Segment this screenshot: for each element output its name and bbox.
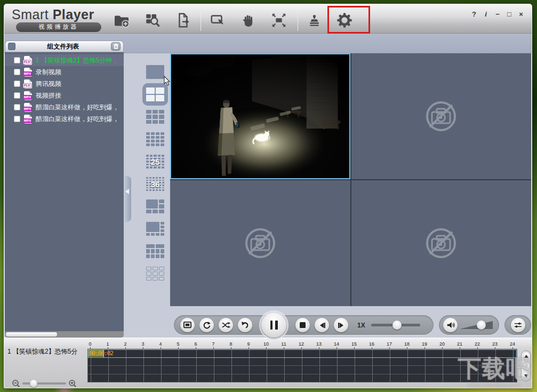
timeline-row[interactable]: [88, 374, 517, 382]
minimize-button[interactable]: −: [493, 10, 502, 19]
timeline-row[interactable]: 00:00:02: [88, 349, 517, 358]
timeline-row[interactable]: [88, 366, 517, 374]
file-list-item[interactable]: MP4 醋溜白菜这样做，好吃到爆，: [5, 101, 124, 113]
file-type-badge: MP4: [23, 71, 32, 76]
stop-button[interactable]: [295, 318, 310, 332]
replay-button[interactable]: [238, 318, 252, 332]
layout-custom[interactable]: [146, 267, 164, 281]
file-list-item[interactable]: MP4 录制视频: [5, 66, 124, 78]
file-checkbox[interactable]: [14, 57, 20, 63]
volume-slider-knob[interactable]: [477, 321, 486, 330]
file-checkbox[interactable]: [14, 104, 20, 110]
ruler-tick: 16: [365, 341, 378, 347]
select-all-checkbox[interactable]: [8, 43, 15, 50]
video-cell-empty[interactable]: [351, 180, 532, 306]
file-list-item[interactable]: MP4 醋溜白菜这样做，好吃到爆，: [5, 113, 124, 125]
file-checkbox[interactable]: [14, 69, 20, 75]
scroll-down-button[interactable]: [523, 372, 530, 380]
replay-icon: [241, 321, 250, 330]
file-list-item[interactable]: FLV 腾讯视频: [5, 78, 124, 90]
close-button[interactable]: ×: [517, 10, 525, 19]
layout-36-view[interactable]: 36: [146, 177, 164, 191]
pause-icon: [270, 321, 278, 330]
video-cell-playing[interactable]: [170, 53, 350, 179]
window-controls: ?i−□×: [470, 10, 525, 19]
layout-8-view[interactable]: [146, 222, 164, 236]
display-mode-button[interactable]: [180, 318, 195, 332]
zoom-slider-knob[interactable]: [30, 380, 37, 387]
delete-files-button[interactable]: [111, 42, 121, 51]
add-folder-icon: [113, 12, 130, 28]
scroll-up-button[interactable]: [523, 352, 530, 360]
layout-buttons: 2536: [142, 65, 168, 281]
timeline-row[interactable]: [88, 358, 517, 366]
zoom-slider[interactable]: [22, 382, 66, 385]
no-camera-icon: [243, 226, 277, 260]
layout-16-view[interactable]: [146, 132, 164, 146]
help-button[interactable]: ?: [470, 10, 478, 19]
timeline-zoom-control: [12, 379, 77, 388]
speed-slider-knob[interactable]: [392, 321, 402, 330]
file-checkbox[interactable]: [14, 116, 20, 122]
add-folder-button[interactable]: [111, 9, 132, 31]
ruler-tick: 19: [418, 341, 431, 347]
ruler-tick: 1: [101, 341, 114, 347]
adjust-sliders-button[interactable]: [511, 318, 525, 332]
file-checkbox[interactable]: [14, 92, 20, 99]
zoom-out-icon[interactable]: [12, 379, 20, 388]
ruler-tick: 3: [137, 341, 149, 347]
fit-screen-button[interactable]: [268, 9, 290, 31]
sidebar-collapse-handle[interactable]: [124, 176, 131, 222]
stamp-icon: [307, 13, 322, 28]
box-select-button[interactable]: [207, 9, 228, 31]
file-type-badge: MP4: [23, 118, 32, 123]
layout-10-view[interactable]: [146, 244, 164, 258]
file-name: 视频拼接: [36, 91, 61, 100]
file-type-badge: MP4: [23, 107, 32, 111]
next-frame-button[interactable]: [334, 318, 348, 332]
volume-slider[interactable]: [460, 318, 493, 332]
loop-button[interactable]: [199, 318, 214, 332]
layout-25-view[interactable]: 25: [146, 155, 164, 169]
pan-hand-button[interactable]: [237, 9, 259, 31]
shuffle-button[interactable]: [219, 318, 233, 332]
search-files-button[interactable]: [141, 9, 163, 31]
maximize-button[interactable]: □: [505, 10, 514, 19]
fit-screen-icon: [271, 12, 287, 28]
speaker-icon: [446, 321, 455, 329]
settings-gear-button[interactable]: [334, 9, 355, 31]
video-cell-empty[interactable]: [351, 53, 532, 179]
vscrollbar-thumb[interactable]: [523, 362, 530, 371]
video-cell-empty[interactable]: [170, 180, 350, 306]
prev-frame-button[interactable]: [315, 318, 329, 332]
timeline-vscrollbar[interactable]: [521, 350, 531, 381]
zoom-in-icon[interactable]: [68, 379, 77, 388]
sidebar-hscrollbar-thumb[interactable]: [6, 332, 57, 337]
file-list-item[interactable]: MP4 视频拼接: [5, 90, 124, 101]
stamp-button[interactable]: [303, 9, 325, 31]
toolbar-separator: [298, 9, 298, 31]
loop-icon: [202, 321, 211, 330]
pause-button[interactable]: [261, 313, 286, 338]
playback-controls: 1X: [174, 315, 434, 335]
export-file-button[interactable]: [172, 9, 194, 31]
file-list-item[interactable]: FLV 1 【笑镇惊魂2】恐怖5分钟，: [5, 54, 124, 66]
speed-slider[interactable]: [370, 318, 421, 332]
timeline-ruler[interactable]: 0123456789101112131415161718192021222324: [87, 339, 517, 349]
trash-icon: [113, 43, 119, 50]
layout-6-view[interactable]: [146, 199, 164, 213]
mute-button[interactable]: [443, 318, 458, 332]
sidebar-hscrollbar[interactable]: [5, 331, 124, 338]
file-checkbox[interactable]: [14, 81, 20, 87]
layout-1-view[interactable]: [146, 65, 164, 79]
layout-9-view[interactable]: [146, 110, 164, 124]
ruler-tick: 13: [312, 341, 325, 347]
ruler-tick: 9: [242, 341, 255, 347]
shuffle-icon: [221, 321, 231, 329]
settings-gear-icon: [336, 12, 353, 29]
info-button[interactable]: i: [482, 10, 490, 19]
layout-4-view[interactable]: [146, 87, 164, 101]
volume-controls: [439, 315, 499, 335]
file-type-badge: FLV: [23, 83, 31, 88]
pan-hand-icon: [241, 13, 255, 28]
